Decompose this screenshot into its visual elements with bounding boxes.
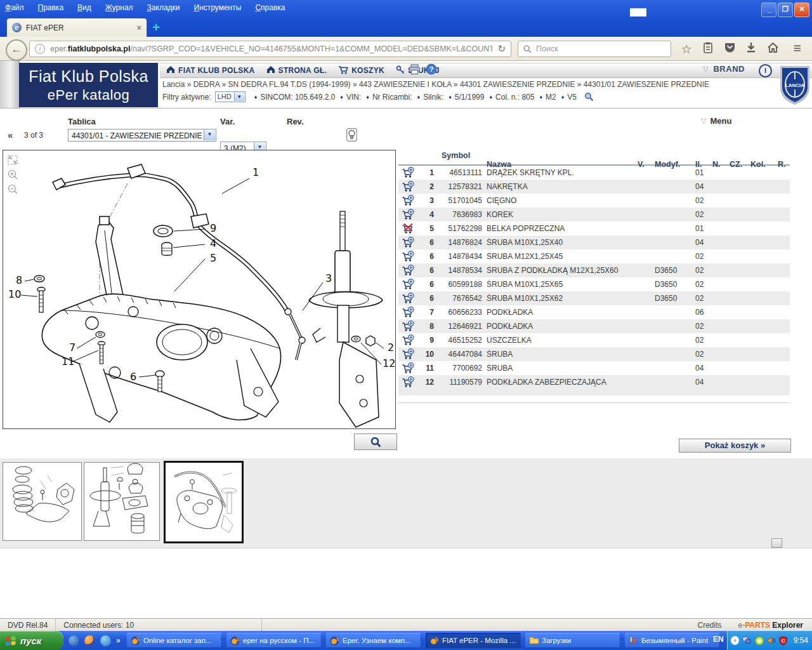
- add-to-cart-icon[interactable]: [398, 307, 417, 319]
- table-row[interactable]: 6 14876824 ŚRUBA M10X1,25X40 04: [398, 235, 790, 249]
- add-to-cart-icon[interactable]: [398, 181, 417, 193]
- table-row[interactable]: 6 14878434 ŚRUBA M12X1,25X45 02: [398, 249, 790, 263]
- browser-tab[interactable]: e FIAT ePER ×: [6, 18, 147, 37]
- lightbulb-icon[interactable]: [346, 128, 357, 144]
- thumbnail-table-3-selected[interactable]: [164, 461, 244, 543]
- start-button[interactable]: пуск: [0, 631, 63, 650]
- table-row[interactable]: 10 46447084 ŚRUBA 02: [398, 347, 790, 361]
- browser-menu-item[interactable]: Журнал: [105, 3, 133, 12]
- address-bar[interactable]: i eper.fiatklubpolska.pl/navi?SGRP_COD=1…: [29, 41, 511, 57]
- taskbar-task-button[interactable]: Загрузки: [525, 633, 620, 648]
- restore-button[interactable]: ❐: [778, 3, 793, 17]
- quick-launch-firefox-icon[interactable]: [84, 635, 95, 646]
- diagram-callout-12[interactable]: 12: [383, 357, 395, 369]
- credits-link[interactable]: Credits: [681, 621, 738, 630]
- brand-selector[interactable]: ▽ BRAND: [703, 64, 745, 74]
- tray-network-icon[interactable]: [742, 636, 752, 645]
- search-input[interactable]: Поиск: [518, 41, 671, 57]
- diagram-callout-1[interactable]: 1: [252, 166, 259, 178]
- bookmark-star-icon[interactable]: ☆: [679, 42, 694, 56]
- diagram-callout-7[interactable]: 7: [69, 342, 75, 354]
- filter-search-icon[interactable]: [584, 92, 594, 102]
- table-menu-button[interactable]: ▽ Menu: [701, 116, 731, 126]
- language-indicator[interactable]: EN: [713, 635, 724, 644]
- thumbnail-table-1[interactable]: [3, 462, 82, 541]
- quick-launch-overflow-icon[interactable]: »: [116, 636, 121, 645]
- diagram-callout-10[interactable]: 10: [8, 288, 21, 300]
- add-to-cart-icon[interactable]: [398, 223, 417, 235]
- downloads-icon[interactable]: [743, 42, 759, 56]
- add-to-cart-icon[interactable]: [398, 293, 417, 305]
- diagram-callout-8[interactable]: 8: [16, 274, 22, 286]
- table-row[interactable]: 3 51701045 CIĘGNO 02: [398, 194, 790, 208]
- previous-table-button[interactable]: «: [8, 129, 13, 140]
- browser-menu-item[interactable]: Правка: [38, 3, 64, 12]
- bookmarks-menu-icon[interactable]: [700, 42, 716, 56]
- diagram-tools[interactable]: [8, 156, 17, 194]
- diagram-callout-3[interactable]: 3: [325, 272, 332, 284]
- reload-icon[interactable]: ↻: [497, 43, 506, 55]
- diagram-callout-6[interactable]: 6: [130, 371, 136, 383]
- diagram-callout-9[interactable]: 9: [210, 222, 216, 234]
- site-nav-fiat-klub-polska[interactable]: FIAT KLUB POLSKA: [166, 65, 255, 76]
- quick-launch-update-icon[interactable]: [100, 635, 111, 646]
- site-nav-koszyk[interactable]: KOSZYK: [338, 65, 384, 76]
- taskbar-task-button[interactable]: Online каталог зап...: [127, 633, 222, 648]
- add-to-cart-icon[interactable]: [398, 237, 417, 249]
- add-to-cart-icon[interactable]: [398, 348, 417, 361]
- table-row[interactable]: 6 60599188 ŚRUBA M10X1,25X65 D3650 02: [398, 277, 790, 291]
- add-to-cart-icon[interactable]: [398, 321, 417, 333]
- table-row[interactable]: 12 11190579 PODKŁADKA ZABEZPIECZAJĄCA 04: [398, 375, 790, 389]
- diagram-search-button[interactable]: [354, 434, 397, 450]
- taskbar-task-button[interactable]: FIAT ePER - Mozilla ...: [426, 633, 521, 648]
- back-button[interactable]: ←: [6, 39, 27, 61]
- tablica-select[interactable]: 44301/01 - ZAWIESZENIE PRZEDNIE▼: [68, 129, 216, 142]
- diagram-callout-11[interactable]: 11: [62, 355, 74, 368]
- thumbnail-table-2[interactable]: [84, 462, 160, 541]
- site-nav-strona-g-[interactable]: STRONA GŁ.: [266, 65, 327, 76]
- table-row[interactable]: 7 60656233 PODKŁADKA 06: [398, 305, 790, 319]
- add-to-cart-icon[interactable]: [398, 209, 417, 221]
- add-to-cart-icon[interactable]: [398, 195, 417, 207]
- table-row[interactable]: 8 12646921 PODKŁADKA 02: [398, 319, 790, 333]
- add-to-cart-icon[interactable]: [398, 279, 417, 291]
- site-info-icon[interactable]: i: [35, 44, 45, 54]
- close-button[interactable]: ✕: [794, 3, 809, 17]
- browser-menu-item[interactable]: Файл: [5, 3, 24, 12]
- browser-menu-item[interactable]: Закладки: [147, 3, 180, 12]
- tray-collapse-icon[interactable]: ‹: [731, 636, 739, 645]
- quick-launch-globe-icon[interactable]: [69, 635, 79, 646]
- new-tab-button[interactable]: +: [152, 20, 160, 34]
- browser-menu-item[interactable]: Вид: [77, 3, 91, 12]
- minimize-button[interactable]: _: [761, 3, 776, 17]
- table-row[interactable]: 2 12578321 NAKRĘTKA 04: [398, 180, 790, 194]
- add-to-cart-icon[interactable]: [398, 167, 417, 179]
- add-to-cart-icon[interactable]: [398, 335, 417, 347]
- table-row[interactable]: 6 7676542 ŚRUBA M10X1,25X62 D3650 02: [398, 291, 790, 305]
- taskbar-task-button[interactable]: eper на русском - П...: [226, 633, 322, 648]
- tray-antivirus-icon[interactable]: [755, 636, 764, 646]
- parts-diagram[interactable]: 194538107116212: [3, 150, 396, 429]
- add-to-cart-icon[interactable]: [398, 265, 417, 277]
- tab-close-icon[interactable]: ×: [136, 23, 141, 32]
- info-icon[interactable]: I: [759, 64, 772, 77]
- diagram-callout-4[interactable]: 4: [210, 237, 216, 249]
- home-icon[interactable]: [765, 42, 780, 56]
- table-row[interactable]: 5 51762298 BELKA POPRZECZNA 01: [398, 222, 790, 235]
- add-to-cart-icon[interactable]: [398, 362, 417, 375]
- browser-menu-item[interactable]: Инструменты: [194, 3, 242, 12]
- browser-menu-item[interactable]: Справка: [255, 3, 285, 12]
- show-cart-button[interactable]: Pokaż koszyk »: [679, 439, 791, 453]
- tray-shield-icon[interactable]: C: [779, 636, 787, 646]
- table-row[interactable]: 11 7700692 ŚRUBA 04: [398, 361, 790, 375]
- print-icon[interactable]: [409, 64, 421, 77]
- table-row[interactable]: 6 14878534 ŚRUBA Z PODKŁADKĄ M12X1,25X60…: [398, 263, 790, 277]
- add-to-cart-icon[interactable]: [398, 251, 417, 263]
- table-row[interactable]: 4 7636983 KOREK 02: [398, 208, 790, 222]
- taskbar-task-button[interactable]: Безымянный - Paint: [625, 633, 720, 648]
- pocket-icon[interactable]: [722, 42, 737, 56]
- help-icon[interactable]: ?: [426, 63, 437, 77]
- drive-select[interactable]: LHD▼: [215, 91, 246, 102]
- hamburger-menu-icon[interactable]: ≡: [790, 42, 805, 56]
- scroll-handle[interactable]: [771, 538, 782, 548]
